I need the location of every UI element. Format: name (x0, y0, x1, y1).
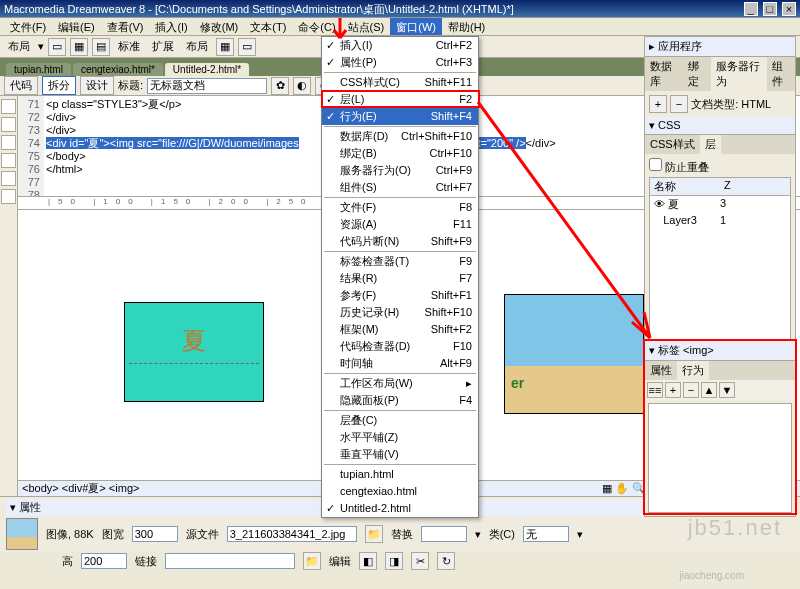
tag-selector[interactable]: <body> <div#夏> <img> (22, 481, 139, 496)
menu-item-snip[interactable]: 代码片断(N)Shift+F9 (322, 233, 478, 250)
menu-2[interactable]: 查看(V) (101, 18, 150, 35)
plus-icon[interactable]: + (649, 95, 667, 113)
tab-attributes[interactable]: 属性 (645, 361, 677, 380)
view-split[interactable]: 拆分 (42, 76, 76, 95)
code-tool-4[interactable] (1, 153, 16, 168)
tool-4[interactable]: ▦ (216, 38, 234, 56)
menu-8[interactable]: 窗口(W) (390, 18, 442, 35)
menu-item-props[interactable]: 属性(P)Ctrl+F3 (322, 54, 478, 71)
page-title-input[interactable] (147, 78, 267, 94)
menu-item-tileH[interactable]: 水平平铺(Z) (322, 429, 478, 446)
edit-ps-icon[interactable]: ◨ (385, 552, 403, 570)
minus-icon[interactable]: − (670, 95, 688, 113)
hand-tool-icon[interactable]: ✋ (615, 482, 629, 494)
layer-row[interactable]: Layer31 (650, 213, 790, 227)
menu-item-css[interactable]: CSS样式(C)Shift+F11 (322, 74, 478, 91)
layer-row[interactable]: 👁 夏3 (650, 196, 790, 213)
dropdown-icon[interactable]: ▾ (38, 40, 44, 53)
behavior-btn[interactable]: + (665, 382, 681, 398)
menu-6[interactable]: 命令(C) (292, 18, 341, 35)
tag-panel-title[interactable]: ▾ 标签 <img> (645, 341, 795, 361)
menu-1[interactable]: 编辑(E) (52, 18, 101, 35)
maximize-button[interactable]: □ (763, 2, 777, 16)
close-button[interactable]: × (782, 2, 796, 16)
css-panel-title[interactable]: ▾ CSS (645, 117, 795, 135)
menu-item-cascade[interactable]: 层叠(C) (322, 412, 478, 429)
behavior-btn[interactable]: ▲ (701, 382, 717, 398)
selected-image[interactable]: er (504, 294, 644, 414)
layer-xia[interactable]: 夏 (124, 302, 264, 402)
behavior-btn[interactable]: ≡≡ (647, 382, 663, 398)
app-panel-title[interactable]: ▸ 应用程序 (645, 37, 795, 57)
folder-icon[interactable]: 📁 (365, 525, 383, 543)
menu-item-hide[interactable]: 隐藏面板(P)F4 (322, 392, 478, 409)
menu-item-layer[interactable]: 层(L)F2 (322, 91, 478, 108)
edit-fw-icon[interactable]: ◧ (359, 552, 377, 570)
menu-item-frames[interactable]: 框架(M)Shift+F2 (322, 321, 478, 338)
alt-input[interactable] (421, 526, 467, 542)
preview-icon[interactable]: ◐ (293, 77, 311, 95)
tool-5[interactable]: ▭ (238, 38, 256, 56)
app-tab[interactable]: 组件 (767, 57, 795, 91)
menu-item-timeline[interactable]: 时间轴Alt+F9 (322, 355, 478, 372)
code-tool-3[interactable] (1, 135, 16, 150)
doc-tab[interactable]: Untitled-2.html* (165, 63, 249, 76)
tab-css-styles[interactable]: CSS样式 (645, 135, 700, 154)
mode-extended[interactable]: 扩展 (148, 39, 178, 54)
height-input[interactable] (81, 553, 127, 569)
code-tool-5[interactable] (1, 171, 16, 186)
menu-3[interactable]: 插入(I) (149, 18, 193, 35)
code-tool-6[interactable] (1, 189, 16, 204)
menu-item-codeinsp[interactable]: 代码检查器(D)F10 (322, 338, 478, 355)
select-tool-icon[interactable]: ▦ (602, 482, 612, 494)
code-tool-2[interactable] (1, 117, 16, 132)
menu-item-ref[interactable]: 参考(F)Shift+F1 (322, 287, 478, 304)
tool-2[interactable]: ▦ (70, 38, 88, 56)
crop-icon[interactable]: ✂ (411, 552, 429, 570)
menu-0[interactable]: 文件(F) (4, 18, 52, 35)
menu-item-assets[interactable]: 资源(A)F11 (322, 216, 478, 233)
tool-1[interactable]: ▭ (48, 38, 66, 56)
menu-item-f2[interactable]: cengtexiao.html (322, 483, 478, 500)
mode-layout[interactable]: 布局 (182, 39, 212, 54)
menu-item-sbeh[interactable]: 服务器行为(O)Ctrl+F9 (322, 162, 478, 179)
view-code[interactable]: 代码 (4, 76, 38, 95)
doc-tab[interactable]: cengtexiao.html* (73, 63, 163, 76)
mode-standard[interactable]: 标准 (114, 39, 144, 54)
menu-item-f1[interactable]: tupian.html (322, 466, 478, 483)
menu-item-tileV[interactable]: 垂直平铺(V) (322, 446, 478, 463)
behaviors-list[interactable] (648, 403, 792, 513)
menu-item-comp[interactable]: 组件(S)Ctrl+F7 (322, 179, 478, 196)
menu-item-results[interactable]: 结果(R)F7 (322, 270, 478, 287)
menu-item-files[interactable]: 文件(F)F8 (322, 199, 478, 216)
menu-item-wslayout[interactable]: 工作区布局(W)▸ (322, 375, 478, 392)
menu-4[interactable]: 修改(M) (194, 18, 245, 35)
tab-behaviors[interactable]: 行为 (677, 361, 709, 380)
menu-item-taginsp[interactable]: 标签检查器(T)F9 (322, 253, 478, 270)
tool-3[interactable]: ▤ (92, 38, 110, 56)
minimize-button[interactable]: _ (744, 2, 758, 16)
menu-7[interactable]: 站点(S) (342, 18, 391, 35)
menu-item-behavior[interactable]: 行为(E)Shift+F4 (322, 108, 478, 125)
folder2-icon[interactable]: 📁 (303, 552, 321, 570)
tab-layers[interactable]: 层 (700, 135, 721, 154)
resample-icon[interactable]: ↻ (437, 552, 455, 570)
app-tab[interactable]: 数据库 (645, 57, 683, 91)
menu-item-f3[interactable]: Untitled-2.html (322, 500, 478, 517)
doc-tab[interactable]: tupian.html (6, 63, 71, 76)
behavior-btn[interactable]: − (683, 382, 699, 398)
behavior-btn[interactable]: ▼ (719, 382, 735, 398)
menu-item-bind[interactable]: 绑定(B)Ctrl+F10 (322, 145, 478, 162)
app-tab[interactable]: 绑定 (683, 57, 711, 91)
menu-5[interactable]: 文本(T) (244, 18, 292, 35)
menu-item-db[interactable]: 数据库(D)Ctrl+Shift+F10 (322, 128, 478, 145)
menu-item-insert[interactable]: 插入(I)Ctrl+F2 (322, 37, 478, 54)
prevent-overlap[interactable]: 防止重叠 (649, 161, 709, 173)
width-input[interactable] (132, 526, 178, 542)
view-design[interactable]: 设计 (80, 76, 114, 95)
class-select[interactable] (523, 526, 569, 542)
menu-9[interactable]: 帮助(H) (442, 18, 491, 35)
validate-icon[interactable]: ✿ (271, 77, 289, 95)
src-input[interactable] (227, 526, 357, 542)
code-tool-1[interactable] (1, 99, 16, 114)
